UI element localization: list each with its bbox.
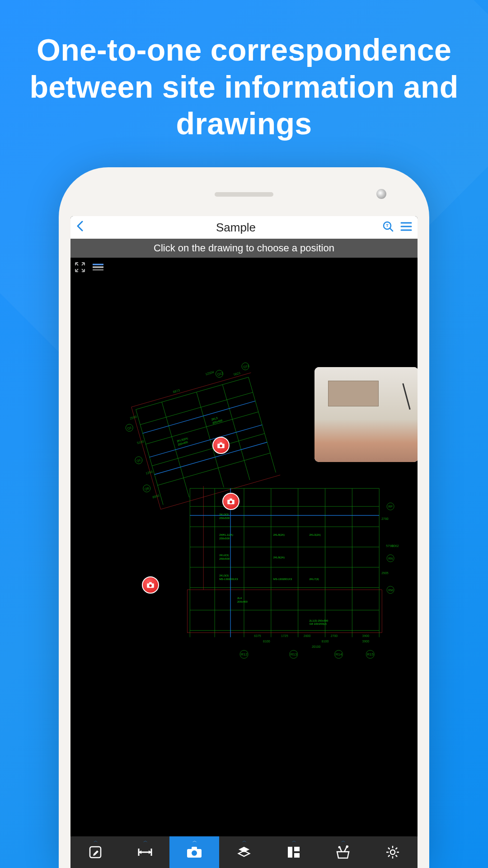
svg-point-115 <box>230 501 232 504</box>
svg-text:5100: 5100 <box>136 440 144 445</box>
svg-text:Q12: Q12 <box>217 372 224 377</box>
svg-text:2500: 2500 <box>130 415 137 420</box>
svg-point-135 <box>390 850 395 854</box>
svg-text:R15: R15 <box>367 652 374 656</box>
svg-text:2KL2(3): 2KL2(3) <box>219 554 229 557</box>
expand-icon <box>75 262 85 273</box>
phone-mockup: Sample T Click on t <box>59 167 429 868</box>
svg-text:2KL3(3): 2KL3(3) <box>219 574 229 577</box>
layout-tool-button[interactable]: ︿ <box>269 836 319 868</box>
svg-line-140 <box>388 848 390 849</box>
svg-line-142 <box>396 848 398 849</box>
svg-line-19 <box>131 373 251 407</box>
search-icon: T <box>382 221 394 232</box>
svg-text:RN: RN <box>388 557 393 560</box>
chevron-left-icon <box>76 220 85 232</box>
gear-icon <box>385 845 400 859</box>
layers-tool-button[interactable]: ︿ <box>219 836 269 868</box>
svg-text:3900: 3900 <box>362 640 370 643</box>
camera-tool-button[interactable]: ︿ <box>169 836 219 868</box>
layers-icon <box>237 845 251 859</box>
svg-rect-131 <box>294 847 300 851</box>
svg-text:MS-1302001X3: MS-1302001X3 <box>273 578 292 580</box>
fullscreen-button[interactable] <box>73 260 87 274</box>
svg-text:2L4: 2L4 <box>237 597 242 599</box>
toolbox-button[interactable]: ︿ <box>319 836 368 868</box>
back-button[interactable] <box>76 220 89 235</box>
svg-line-1 <box>390 228 393 231</box>
svg-text:8100: 8100 <box>263 640 270 643</box>
svg-text:8100: 8100 <box>322 640 329 643</box>
svg-point-112 <box>220 445 222 448</box>
svg-text:Q3: Q3 <box>127 426 132 430</box>
svg-rect-126 <box>192 847 197 850</box>
photo-marker[interactable] <box>142 576 159 594</box>
svg-text:2905: 2905 <box>381 571 389 575</box>
photo-thumbnail <box>314 367 418 462</box>
hint-bar: Click on the drawing to choose a positio… <box>70 239 418 258</box>
svg-text:250x500: 250x500 <box>219 557 230 560</box>
svg-rect-117 <box>149 582 152 584</box>
svg-point-118 <box>149 585 152 587</box>
svg-line-10 <box>140 392 253 425</box>
svg-rect-132 <box>294 853 300 858</box>
svg-text:250x500: 250x500 <box>219 537 230 540</box>
svg-rect-62 <box>187 590 382 633</box>
svg-text:5621: 5621 <box>233 371 241 376</box>
svg-text:20100: 20100 <box>312 645 321 648</box>
linetype-button[interactable] <box>91 260 105 274</box>
svg-line-13 <box>158 453 270 485</box>
photo-marker[interactable] <box>222 493 239 510</box>
lines-icon <box>92 263 104 272</box>
svg-text:QB: QB <box>144 486 150 491</box>
camera-icon <box>227 498 235 505</box>
svg-text:2KL8(2A): 2KL8(2A) <box>273 533 285 536</box>
pencil-square-icon <box>88 845 103 859</box>
svg-line-20 <box>161 475 281 509</box>
svg-text:8062: 8062 <box>392 544 399 547</box>
svg-text:2KL7(3): 2KL7(3) <box>310 578 319 580</box>
photo-popup[interactable] <box>314 367 418 462</box>
phone-screen: Sample T Click on t <box>70 216 418 868</box>
svg-rect-130 <box>288 847 292 858</box>
search-button[interactable]: T <box>382 221 394 234</box>
svg-line-9 <box>136 377 249 409</box>
svg-text:R14: R14 <box>335 652 342 656</box>
measure-tool-button[interactable]: ︿ <box>120 836 170 868</box>
svg-text:2700: 2700 <box>331 634 338 637</box>
app-bar: Sample T <box>70 216 418 239</box>
menu-button[interactable] <box>400 222 412 233</box>
svg-text:12504: 12504 <box>205 370 215 376</box>
marketing-headline: One-to-one correspondence between site i… <box>0 0 488 142</box>
svg-line-141 <box>396 855 398 857</box>
svg-text:2KL3(2A): 2KL3(2A) <box>310 533 321 536</box>
svg-text:2L1(3) 250x500: 2L1(3) 250x500 <box>310 619 328 622</box>
svg-text:1725: 1725 <box>281 634 288 637</box>
svg-line-22 <box>143 401 255 433</box>
photo-marker[interactable] <box>212 437 230 454</box>
expand-chevron-icon: ︿ <box>242 838 246 844</box>
svg-line-12 <box>152 434 264 466</box>
expand-chevron-icon: ︿ <box>94 838 97 844</box>
settings-button[interactable] <box>368 836 418 868</box>
svg-text:2800: 2800 <box>304 634 311 637</box>
svg-text:RM: RM <box>388 589 393 592</box>
expand-chevron-icon: ︿ <box>143 838 147 844</box>
svg-text:Q11: Q11 <box>243 364 249 369</box>
svg-text:T: T <box>386 223 389 228</box>
phone-speaker <box>215 192 273 197</box>
svg-text:G8 100/200(2): G8 100/200(2) <box>310 623 327 626</box>
drawing-canvas[interactable]: Q12 Q11 Q3 QC QB <box>70 258 418 836</box>
edit-tool-button[interactable]: ︿ <box>70 836 120 868</box>
svg-text:8950: 8950 <box>152 494 160 499</box>
phone-front-camera <box>376 189 386 199</box>
svg-text:6873: 6873 <box>173 388 180 393</box>
svg-line-143 <box>388 855 390 857</box>
svg-text:R12: R12 <box>241 652 248 656</box>
svg-text:2780: 2780 <box>381 517 389 520</box>
svg-point-133 <box>338 846 341 849</box>
svg-point-127 <box>192 850 197 856</box>
svg-text:QC: QC <box>136 458 141 463</box>
svg-line-24 <box>155 442 267 474</box>
expand-chevron-icon: ︿ <box>192 838 196 844</box>
